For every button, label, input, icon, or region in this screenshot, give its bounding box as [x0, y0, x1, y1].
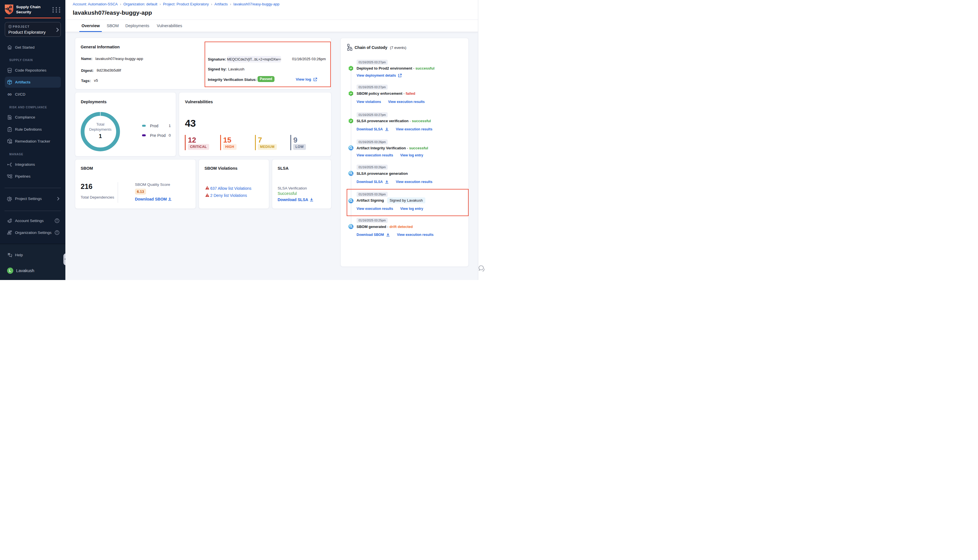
- svg-text:?: ?: [8, 253, 9, 255]
